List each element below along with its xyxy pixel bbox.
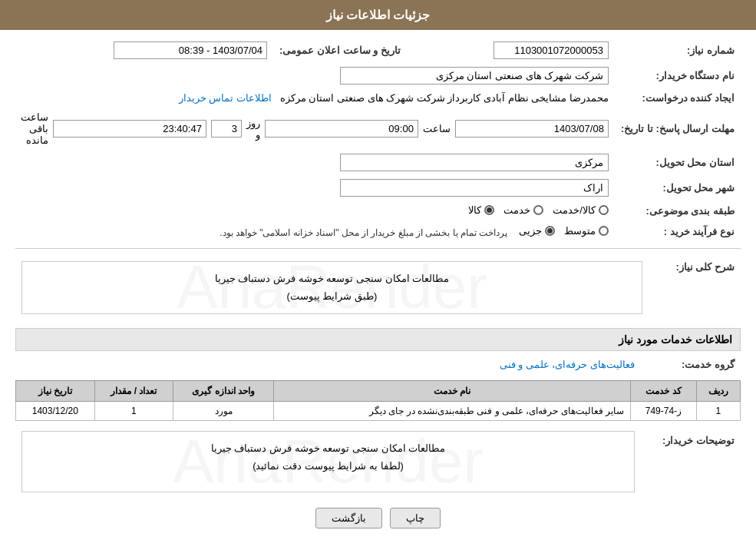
deadline-days-label: روز و xyxy=(246,118,260,141)
deadline-time-label: ساعت xyxy=(423,123,451,134)
table-row: 1ز-74-749سایر فعالیت‌های حرفه‌ای، علمی و… xyxy=(16,401,741,420)
deadline-remaining: 23:40:47 xyxy=(53,120,206,137)
category-option-goods[interactable]: کالا xyxy=(468,204,494,216)
need-description-box: AnaRender مطالعات امکان سنجی توسعه خوشه … xyxy=(21,261,642,314)
col-header-quantity: تعداد / مقدار xyxy=(94,380,173,401)
org-label: نام دستگاه خریدار: xyxy=(615,63,741,88)
service-group-label: گروه خدمت: xyxy=(641,355,741,374)
category-radio-service xyxy=(533,205,543,215)
need-desc-line1: مطالعات امکان سنجی توسعه خوشه فرش دستباف… xyxy=(30,270,634,287)
deadline-label: مهلت ارسال پاسخ: تا تاریخ: xyxy=(615,108,741,150)
category-option-goods-service[interactable]: کالا/خدمت xyxy=(553,204,609,216)
need-number-value: 1103001072000053 xyxy=(494,41,609,59)
date-value: 1403/07/04 - 08:39 xyxy=(114,41,267,59)
process-option-minor[interactable]: جزیی xyxy=(519,225,555,237)
creator-link[interactable]: اطلاعات تماس خریدار xyxy=(179,92,272,104)
back-button[interactable]: بازگشت xyxy=(315,508,382,528)
need-number-label: شماره نیاز: xyxy=(615,38,741,63)
need-desc-label: شرح کلی نیاز: xyxy=(649,253,741,322)
service-group-value[interactable]: فعالیت‌های حرفه‌ای، علمی و فنی xyxy=(500,359,635,370)
print-button[interactable]: چاپ xyxy=(390,508,441,528)
category-radio-group: کالا/خدمت خدمت کالا xyxy=(468,204,609,216)
org-value: شرکت شهرک های صنعتی استان مرکزی xyxy=(340,67,609,84)
page-title: جزئیات اطلاعات نیاز xyxy=(326,8,431,22)
col-header-name: نام خدمت xyxy=(274,380,631,401)
date-label: تاریخ و ساعت اعلان عمومی: xyxy=(273,38,416,63)
deadline-remaining-label: ساعت باقی مانده xyxy=(21,111,48,146)
services-section-title: اطلاعات خدمات مورد نیاز xyxy=(15,328,741,351)
process-note: پرداخت تمام یا بخشی از مبلغ خریدار از مح… xyxy=(220,227,507,238)
deadline-time: 09:00 xyxy=(265,120,418,137)
creator-label: ایجاد کننده درخواست: xyxy=(615,88,741,108)
creator-value: محمدرضا مشایخی نظام آبادی کاربرداز شرکت … xyxy=(280,92,609,104)
page-header: جزئیات اطلاعات نیاز xyxy=(0,0,756,30)
buyer-desc-label: توضیحات خریدار: xyxy=(641,427,741,496)
city-value: اراک xyxy=(340,179,609,197)
col-header-row: ردیف xyxy=(696,380,740,401)
button-row: چاپ بازگشت xyxy=(15,508,741,528)
need-desc-line2: (طبق شرایط پیوست) xyxy=(30,287,634,305)
province-value: مرکزی xyxy=(340,154,609,171)
process-label: نوع فرآیند خرید : xyxy=(615,221,741,242)
deadline-days: 3 xyxy=(211,120,242,137)
deadline-date: 1403/07/08 xyxy=(455,120,609,137)
info-table: شماره نیاز: 1103001072000053 تاریخ و ساع… xyxy=(15,38,741,242)
city-label: شهر محل تحویل: xyxy=(615,175,741,200)
buyer-desc-line1: مطالعات امکان سنجی توسعه خوشه فرش دستباف… xyxy=(30,439,626,457)
category-label-goods-service: کالا/خدمت xyxy=(553,204,596,216)
category-option-service[interactable]: خدمت xyxy=(503,204,543,216)
process-option-medium[interactable]: متوسط xyxy=(564,225,609,237)
content-area: شماره نیاز: 1103001072000053 تاریخ و ساع… xyxy=(0,30,756,540)
process-radio-minor xyxy=(545,226,555,236)
service-group-table: گروه خدمت: فعالیت‌های حرفه‌ای، علمی و فن… xyxy=(15,355,741,374)
category-label-goods: کالا xyxy=(468,204,481,216)
divider-1 xyxy=(15,248,741,249)
category-label-service: خدمت xyxy=(503,204,530,216)
category-radio-goods-service xyxy=(599,205,609,215)
buyer-desc-table: توضیحات خریدار: AnaRender مطالعات امکان … xyxy=(15,427,741,496)
buyer-desc-line2: (لطفا به شرایط پیوست دقت نمائید) xyxy=(30,457,626,475)
category-radio-goods xyxy=(484,205,494,215)
process-radio-medium xyxy=(599,226,609,236)
buyer-description-box: AnaRender مطالعات امکان سنجی توسعه خوشه … xyxy=(21,431,635,492)
col-header-unit: واحد اندازه گیری xyxy=(173,380,274,401)
process-radio-group: متوسط جزیی xyxy=(519,225,609,237)
col-header-code: کد خدمت xyxy=(631,380,697,401)
main-page: جزئیات اطلاعات نیاز شماره نیاز: 11030010… xyxy=(0,0,756,540)
category-label: طبقه بندی موضوعی: xyxy=(615,200,741,221)
process-label-medium: متوسط xyxy=(564,225,596,237)
col-header-date: تاریخ نیاز xyxy=(16,380,95,401)
services-data-table: ردیف کد خدمت نام خدمت واحد اندازه گیری ت… xyxy=(15,380,741,421)
province-label: استان محل تحویل: xyxy=(615,150,741,175)
need-desc-table: شرح کلی نیاز: AnaRender مطالعات امکان سن… xyxy=(15,253,741,322)
process-label-minor: جزیی xyxy=(519,225,542,237)
